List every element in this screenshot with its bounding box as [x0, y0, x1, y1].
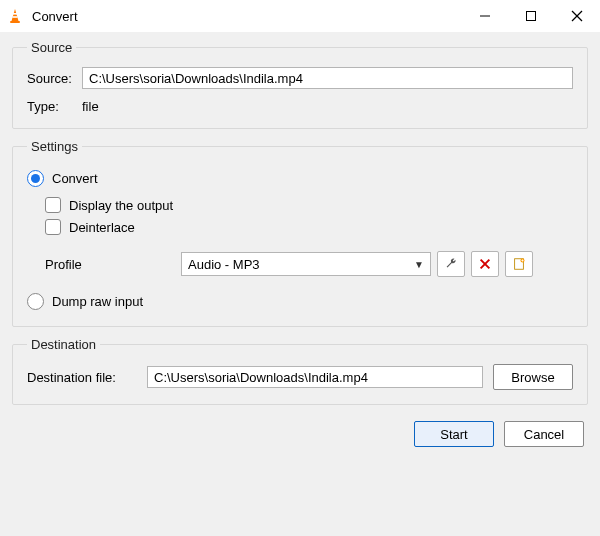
maximize-button[interactable] [508, 0, 554, 32]
checkbox-icon [45, 219, 61, 235]
delete-x-icon [478, 257, 492, 271]
delete-profile-button[interactable] [471, 251, 499, 277]
new-profile-button[interactable] [505, 251, 533, 277]
destination-group: Destination Destination file: Browse [12, 337, 588, 405]
title-bar: Convert [0, 0, 600, 32]
source-group: Source Source: Type: file [12, 40, 588, 129]
minimize-button[interactable] [462, 0, 508, 32]
deinterlace-label: Deinterlace [69, 220, 135, 235]
deinterlace-checkbox[interactable]: Deinterlace [45, 219, 573, 235]
settings-legend: Settings [27, 139, 82, 154]
wrench-icon [444, 257, 458, 271]
dump-radio-label: Dump raw input [52, 294, 143, 309]
type-value: file [82, 99, 99, 114]
source-input[interactable] [82, 67, 573, 89]
svg-rect-2 [12, 16, 17, 18]
close-button[interactable] [554, 0, 600, 32]
display-output-label: Display the output [69, 198, 173, 213]
type-label: Type: [27, 99, 82, 114]
convert-radio[interactable]: Convert [27, 170, 573, 187]
radio-unchecked-icon [27, 293, 44, 310]
source-label: Source: [27, 71, 82, 86]
profile-label: Profile [45, 257, 175, 272]
new-document-icon [512, 257, 526, 271]
start-button[interactable]: Start [414, 421, 494, 447]
svg-rect-1 [13, 13, 17, 15]
destination-file-label: Destination file: [27, 370, 137, 385]
destination-file-input[interactable] [147, 366, 483, 388]
cancel-button[interactable]: Cancel [504, 421, 584, 447]
vlc-cone-icon [6, 7, 24, 25]
profile-value: Audio - MP3 [188, 257, 260, 272]
edit-profile-button[interactable] [437, 251, 465, 277]
svg-marker-0 [12, 9, 19, 21]
svg-rect-5 [527, 12, 536, 21]
destination-legend: Destination [27, 337, 100, 352]
chevron-down-icon: ▼ [414, 259, 424, 270]
source-legend: Source [27, 40, 76, 55]
convert-radio-label: Convert [52, 171, 98, 186]
display-output-checkbox[interactable]: Display the output [45, 197, 573, 213]
svg-rect-3 [10, 21, 20, 23]
dialog-footer: Start Cancel [12, 415, 588, 447]
dump-radio[interactable]: Dump raw input [27, 293, 573, 310]
radio-checked-icon [27, 170, 44, 187]
profile-select[interactable]: Audio - MP3 ▼ [181, 252, 431, 276]
settings-group: Settings Convert Display the output Dein… [12, 139, 588, 327]
checkbox-icon [45, 197, 61, 213]
window-title: Convert [32, 9, 78, 24]
browse-button[interactable]: Browse [493, 364, 573, 390]
